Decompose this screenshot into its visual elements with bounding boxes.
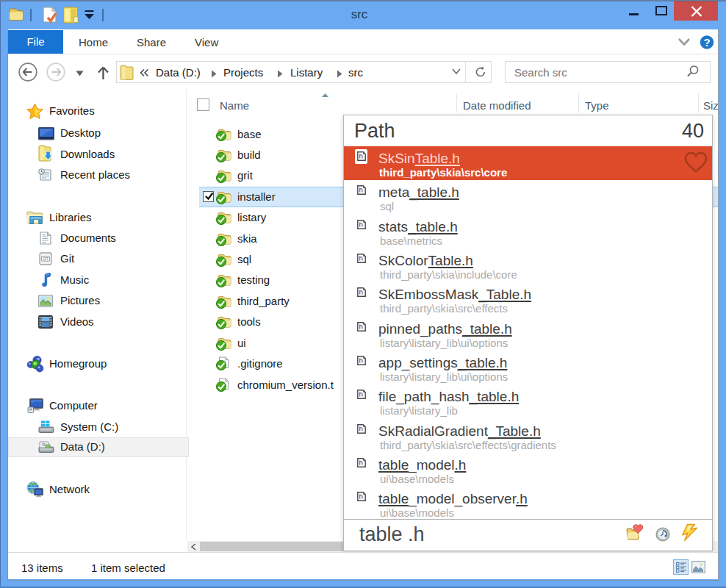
svg-text:?: ?: [703, 36, 710, 49]
svg-text:GIT: GIT: [43, 257, 48, 261]
